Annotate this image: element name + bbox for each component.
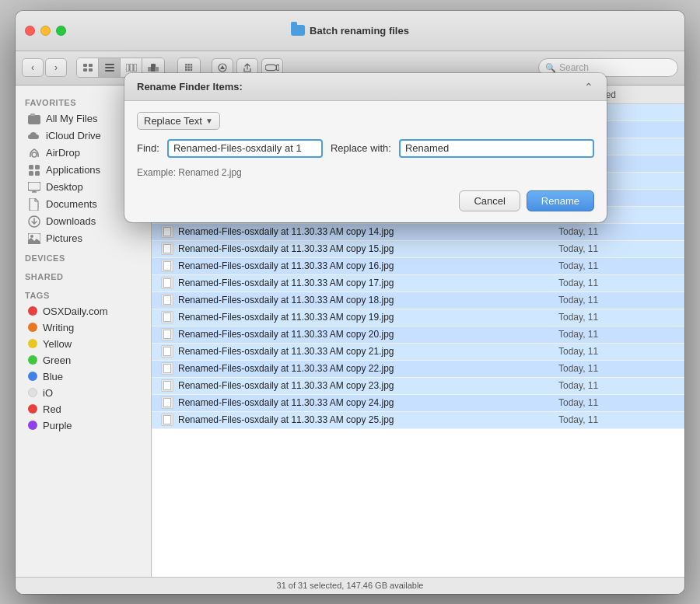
file-thumb xyxy=(161,396,173,409)
sidebar-item-blue[interactable]: Blue xyxy=(19,368,148,385)
file-thumb-inner xyxy=(163,381,171,390)
table-row[interactable]: Renamed-Files-osxdaily at 11.30.33 AM co… xyxy=(152,309,684,326)
file-thumb-inner xyxy=(163,227,171,236)
sidebar-item-yellow[interactable]: Yellow xyxy=(19,336,148,352)
table-row[interactable]: Renamed-Files-osxdaily at 11.30.33 AM co… xyxy=(152,378,684,395)
table-row[interactable]: Renamed-Files-osxdaily at 11.30.33 AM co… xyxy=(152,326,684,344)
rename-action-dropdown[interactable]: Replace Text ▼ xyxy=(137,112,220,130)
devices-header: Devices xyxy=(16,247,151,266)
file-thumb-inner xyxy=(163,244,171,253)
sidebar-item-purple[interactable]: Purple xyxy=(19,417,148,434)
svg-point-28 xyxy=(32,152,37,157)
replace-label: Replace with: xyxy=(331,142,391,154)
table-row[interactable]: Renamed-Files-osxdaily at 11.30.33 AM co… xyxy=(152,344,684,361)
sidebar-item-osxdaily[interactable]: OSXDaily.com xyxy=(19,303,148,319)
file-date: Today, 11 xyxy=(558,329,675,340)
shared-header: Shared xyxy=(16,266,151,285)
svg-rect-5 xyxy=(105,67,114,68)
documents-icon xyxy=(28,198,40,211)
table-row[interactable]: Renamed-Files-osxdaily at 11.30.33 AM co… xyxy=(152,241,684,258)
file-thumb xyxy=(161,362,173,375)
svg-rect-20 xyxy=(187,69,190,72)
file-name: Renamed-Files-osxdaily at 11.30.33 AM co… xyxy=(178,346,558,357)
file-name: Renamed-Files-osxdaily at 11.30.33 AM co… xyxy=(178,243,558,254)
all-my-files-icon xyxy=(28,113,40,125)
list-view-button[interactable] xyxy=(99,58,121,77)
maximize-button[interactable] xyxy=(56,26,66,36)
rename-modal: Rename Finder Items: ⌃ Replace Text ▼ Fi… xyxy=(124,73,607,222)
file-date: Today, 11 xyxy=(558,414,675,425)
file-date: Today, 11 xyxy=(558,226,675,237)
file-thumb-inner xyxy=(163,398,171,407)
modal-collapse-button[interactable]: ⌃ xyxy=(583,81,594,92)
sidebar-item-io[interactable]: iO xyxy=(19,385,148,401)
dropdown-text: Replace Text xyxy=(144,115,202,127)
sidebar-item-writing[interactable]: Writing xyxy=(19,319,148,336)
table-row[interactable]: Renamed-Files-osxdaily at 11.30.33 AM co… xyxy=(152,292,684,309)
file-name: Renamed-Files-osxdaily at 11.30.33 AM co… xyxy=(178,363,558,374)
sidebar-label-io: iO xyxy=(43,387,53,399)
desktop-icon xyxy=(28,181,40,194)
icon-view-button[interactable] xyxy=(77,58,99,77)
modal-dropdown-row: Replace Text ▼ xyxy=(137,112,594,130)
table-row[interactable]: Renamed-Files-osxdaily at 11.30.33 AM co… xyxy=(152,224,684,241)
forward-button[interactable]: › xyxy=(45,58,67,77)
svg-rect-21 xyxy=(191,69,193,72)
table-row[interactable]: Renamed-Files-osxdaily at 11.30.33 AM co… xyxy=(152,258,684,275)
file-thumb-inner xyxy=(163,278,171,288)
svg-rect-27 xyxy=(30,113,35,116)
table-row[interactable]: Renamed-Files-osxdaily at 11.30.33 AM co… xyxy=(152,395,684,412)
sidebar-label-osxdaily: OSXDaily.com xyxy=(43,305,108,317)
sidebar-label-pictures: Pictures xyxy=(46,232,82,244)
cancel-button[interactable]: Cancel xyxy=(459,190,520,211)
tag-dot-yellow xyxy=(28,339,37,348)
sidebar-label-blue: Blue xyxy=(43,371,63,382)
search-placeholder: Search xyxy=(559,62,589,73)
svg-rect-29 xyxy=(29,165,33,169)
table-row[interactable]: Renamed-Files-osxdaily at 11.30.33 AM co… xyxy=(152,275,684,292)
file-thumb xyxy=(161,311,173,323)
svg-point-36 xyxy=(30,235,33,238)
rename-button[interactable]: Rename xyxy=(527,190,594,211)
file-name: Renamed-Files-osxdaily at 11.30.33 AM co… xyxy=(178,226,558,237)
sidebar-label-desktop: Desktop xyxy=(46,181,83,193)
file-thumb xyxy=(161,260,173,272)
file-date: Today, 11 xyxy=(558,380,675,391)
sidebar-label-green: Green xyxy=(43,354,71,366)
downloads-icon xyxy=(28,215,40,228)
svg-rect-1 xyxy=(89,64,93,67)
file-thumb xyxy=(161,294,173,306)
file-name: Renamed-Files-osxdaily at 11.30.33 AM co… xyxy=(178,414,558,425)
svg-rect-17 xyxy=(187,66,190,68)
file-date: Today, 11 xyxy=(558,346,675,357)
replace-input[interactable] xyxy=(399,139,594,158)
sidebar-label-downloads: Downloads xyxy=(46,215,96,227)
sidebar-label-applications: Applications xyxy=(46,164,100,176)
sidebar-label-documents: Documents xyxy=(46,198,97,210)
file-name: Renamed-Files-osxdaily at 11.30.33 AM co… xyxy=(178,380,558,391)
sidebar-item-green[interactable]: Green xyxy=(19,352,148,368)
example-text: Example: Renamed 2.jpg xyxy=(137,167,594,178)
sidebar-item-red[interactable]: Red xyxy=(19,401,148,417)
minimize-button[interactable] xyxy=(40,26,51,36)
file-thumb xyxy=(161,345,173,358)
sidebar-label-purple: Purple xyxy=(43,420,72,431)
sidebar-item-pictures[interactable]: Pictures xyxy=(19,230,148,247)
sidebar-label-icloud: iCloud Drive xyxy=(46,130,101,141)
tag-dot-blue xyxy=(28,372,37,381)
tag-dot-osxdaily xyxy=(28,306,37,316)
modal-title: Rename Finder Items: xyxy=(137,81,243,93)
table-row[interactable]: Renamed-Files-osxdaily at 11.30.33 AM co… xyxy=(152,412,684,429)
tags-header: Tags xyxy=(16,285,151,303)
file-thumb-inner xyxy=(163,312,171,322)
svg-rect-3 xyxy=(89,68,93,72)
tag-dot-green xyxy=(28,355,37,365)
table-row[interactable]: Renamed-Files-osxdaily at 11.30.33 AM co… xyxy=(152,361,684,378)
file-thumb xyxy=(161,243,173,255)
close-button[interactable] xyxy=(25,26,35,36)
find-input[interactable] xyxy=(167,139,323,158)
file-thumb-inner xyxy=(163,347,171,356)
back-button[interactable]: ‹ xyxy=(22,58,44,77)
svg-rect-4 xyxy=(105,64,114,65)
file-name: Renamed-Files-osxdaily at 11.30.33 AM co… xyxy=(178,397,558,408)
